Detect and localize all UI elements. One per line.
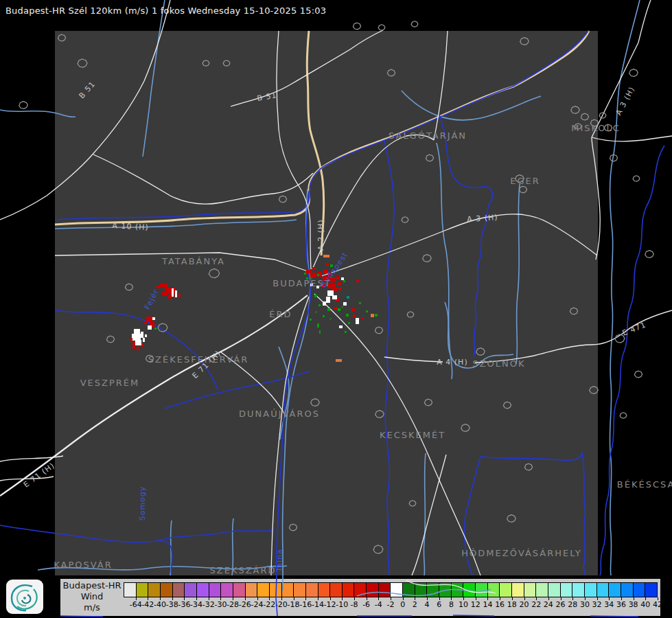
legend-box [281,582,294,597]
legend-box [608,582,621,597]
settlement-outline [629,69,638,77]
settlement-outline [610,154,617,161]
legend-tick-label: -20 [275,600,288,609]
legend-box [451,582,464,597]
legend-box [584,582,597,597]
legend-box [633,582,646,597]
settlement-outline [411,21,418,27]
legend-box [160,582,173,597]
legend-tick-label: 22 [531,600,541,609]
legend-box [172,582,185,597]
legend-tick-label: 12 [471,600,480,609]
legend-tick-label: -28 [227,600,239,609]
legend-tick-label: -26 [239,600,251,609]
settlement-outline [633,176,640,181]
legend-tick-label: -38 [166,600,178,609]
legend-source: Budapest-HR [62,580,122,591]
legend-tick-label: 26 [556,600,566,609]
legend-box [209,582,222,597]
legend-tick-label: 16 [495,600,505,609]
legend-tick-label: -18 [288,600,300,609]
legend-box [499,582,512,597]
legend-box [354,582,367,597]
product-title: Budapest-HR Szél 120km (m/s) 1 fokos Wed… [5,5,326,16]
legend-box [402,582,415,597]
legend-parameter: Wind [62,591,122,602]
met-service-logo [6,580,43,614]
legend-box [596,582,610,597]
legend-box [329,582,343,597]
legend-tick-label: -36 [178,600,190,609]
legend-box [560,582,573,597]
legend-tick-label: -42 [141,600,154,609]
legend-box [415,582,428,597]
legend-box [196,582,209,597]
legend-box [524,582,537,597]
settlement-outline [620,413,627,418]
legend-box [148,582,161,597]
legend-box [463,582,476,597]
legend-tick-label: 40 [640,600,650,609]
legend-box [269,582,282,597]
legend-tick-label: 34 [604,600,614,609]
road-label: E 71 (H) [22,461,56,490]
settlement-outline [615,334,625,343]
settlement-outline [599,113,606,118]
legend-tick-label: 6 [437,600,441,609]
legend-box [318,582,331,597]
legend-tick-label: -24 [251,600,264,609]
legend-box [511,582,524,597]
legend-box [233,582,246,597]
legend-tick-label: -4 [375,600,382,609]
legend-box [426,582,439,597]
legend-tick-label: -12 [324,600,336,609]
legend-tick-label: 4 [425,600,430,609]
legend-box [245,582,258,597]
legend-tick-label: -34 [190,600,202,609]
settlement-outline [378,25,385,30]
settlement-outline [634,371,642,378]
legend-tick-label: 28 [568,600,577,609]
legend-box [220,582,233,597]
legend-box [535,582,548,597]
legend-tick-label: -10 [336,600,348,609]
legend-box [475,582,488,597]
legend-tick-label: 20 [520,600,529,609]
legend-box [390,582,403,597]
legend-box [257,582,270,597]
legend-colorbar [124,582,658,597]
legend-box [124,582,137,597]
legend-tick-label: -6 [362,600,370,609]
legend-tick-label: 18 [507,600,517,609]
legend-tick-label: 2 [413,600,417,609]
legend-tick-label: 30 [580,600,590,609]
road-label: A 3 (H) [614,85,637,117]
legend-unit: m/s [62,602,122,613]
city-label: BÉKÉSCSABA [617,479,672,490]
legend-box [548,582,561,597]
legend-tick-label: -8 [350,600,358,609]
legend-box [487,582,500,597]
legend-box [305,582,318,597]
legend-box [293,582,306,597]
legend-tick-label: 0 [400,600,405,609]
legend-tick-label: 14 [483,600,492,609]
legend-caption: Budapest-HR Wind m/s [62,580,122,613]
legend-box [572,582,585,597]
legend-tick-label: -30 [214,600,227,609]
legend-box [621,582,634,597]
legend-tick-label: 32 [592,600,602,609]
road-label: E 471 [621,320,648,338]
settlement-outline [645,251,654,258]
legend-tick-label: -32 [202,600,215,609]
legend-box [136,582,149,597]
legend: Budapest-HR Wind m/s -64-42-40-38-36-34-… [60,579,660,616]
radar-product-viewer: { "title": "Budapest-HR Szél 120km (m/s)… [0,0,672,618]
settlement-outline [19,102,28,109]
legend-tick-label: 10 [459,600,468,609]
legend-tick-label: 38 [629,600,638,609]
legend-tick-label: 36 [616,600,626,609]
legend-tick-label: -40 [154,600,166,609]
river-right-long [610,0,640,575]
legend-tick-label: -64 [130,600,142,609]
